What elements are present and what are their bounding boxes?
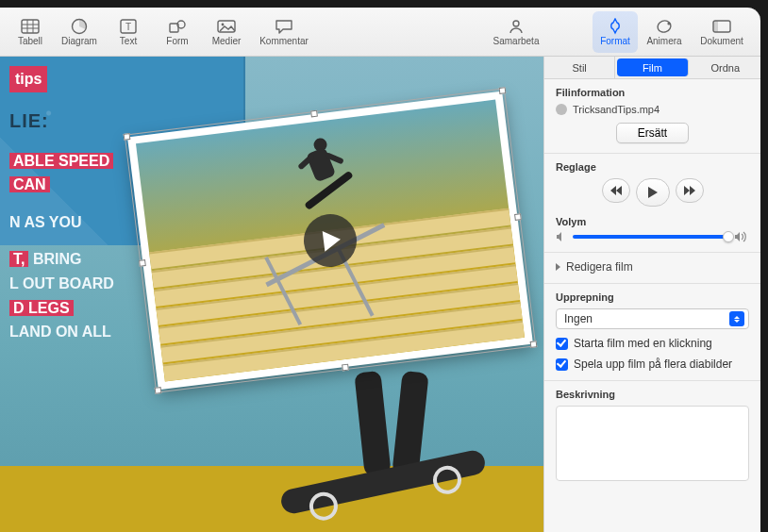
volume-high-icon [734, 231, 749, 242]
inspector-tabs: Stil Film Ordna [544, 57, 760, 79]
comment-icon [275, 17, 293, 36]
document-icon [712, 17, 731, 36]
slide-line: CAN [9, 176, 50, 192]
file-icon [556, 104, 567, 115]
svg-rect-0 [22, 20, 39, 33]
toolbar-shape-label: Form [166, 36, 188, 46]
video-object[interactable] [127, 91, 533, 391]
inspector-panel: Stil Film Ordna Filinformation Tricksand… [543, 57, 760, 532]
repeat-title: Upprepning [556, 291, 749, 303]
slide-line: L OUT BOARD [9, 272, 114, 296]
svg-point-11 [222, 24, 225, 26]
slide-canvas[interactable]: tips LIE: ABLE SPEED CAN N AS YOU T, BRI… [0, 57, 543, 532]
section-repeat: Upprepning Ingen Starta film med en klic… [544, 284, 760, 381]
toolbar-collaborate[interactable]: Samarbeta [485, 11, 547, 53]
toolbar-animate[interactable]: Animera [642, 11, 687, 53]
format-icon [607, 17, 624, 36]
resize-handle[interactable] [155, 387, 162, 394]
start-on-click-checkbox[interactable]: Starta film med en klickning [556, 337, 749, 350]
fileinfo-title: Filinformation [556, 87, 749, 98]
toolbar-chart-label: Diagram [61, 36, 97, 46]
svg-point-13 [667, 22, 670, 25]
svg-rect-15 [713, 21, 718, 32]
forward-button[interactable] [676, 178, 704, 203]
filename: TricksandTips.mp4 [573, 104, 659, 115]
slide-line: LAND ON ALL [9, 320, 114, 344]
toolbar-comment[interactable]: Kommentar [253, 11, 315, 53]
shape-icon [168, 17, 187, 36]
volume-slider[interactable] [573, 235, 728, 239]
controls-title: Reglage [556, 161, 749, 173]
text-icon: T [120, 17, 137, 36]
volume-title: Volym [556, 216, 749, 227]
play-button[interactable] [636, 178, 670, 207]
section-edit-movie: Redigera film [544, 253, 760, 284]
section-controls: Reglage Volym [544, 154, 760, 253]
replace-button[interactable]: Ersätt [616, 123, 689, 143]
toolbar-collaborate-label: Samarbeta [493, 36, 540, 46]
toolbar-text[interactable]: T Text [106, 11, 151, 53]
animate-icon [655, 17, 674, 36]
toolbar-animate-label: Animera [646, 36, 681, 46]
slide-heading: LIE: [9, 106, 114, 136]
chart-icon [71, 17, 88, 36]
slide-badge: tips [9, 66, 47, 92]
toolbar-media-label: Medier [212, 36, 242, 46]
svg-point-12 [513, 21, 519, 26]
resize-handle[interactable] [342, 364, 349, 372]
toolbar-format[interactable]: Format [593, 11, 638, 53]
description-title: Beskrivning [556, 389, 749, 400]
select-caret-icon [729, 311, 744, 326]
toolbar-media[interactable]: Medier [204, 11, 249, 53]
media-icon [217, 17, 236, 36]
start-on-click-label: Starta film med en klickning [574, 337, 712, 350]
slide-line: BRING [33, 251, 82, 267]
toolbar: Tabell Diagram T Text Form Medier [0, 8, 760, 57]
toolbar-shape[interactable]: Form [155, 11, 200, 53]
collaborate-icon [507, 17, 526, 36]
slide-line: N AS YOU [9, 210, 114, 235]
tab-arrange[interactable]: Ordna [691, 57, 760, 78]
edit-movie-label: Redigera film [566, 260, 633, 274]
toolbar-format-label: Format [600, 36, 630, 46]
tab-style[interactable]: Stil [544, 57, 615, 78]
play-across-label: Spela upp film på flera diabilder [574, 357, 732, 371]
slide-line: T, [9, 251, 28, 267]
slide-figure-legs [341, 343, 454, 532]
toolbar-document-label: Dokument [700, 36, 743, 46]
toolbar-document[interactable]: Dokument [691, 11, 753, 53]
play-across-checkbox[interactable]: Spela upp film på flera diabilder [556, 357, 749, 371]
volume-low-icon [556, 231, 567, 242]
table-icon [21, 17, 40, 36]
resize-handle[interactable] [310, 110, 318, 118]
slide-text-block: tips LIE: ABLE SPEED CAN N AS YOU T, BRI… [9, 66, 114, 344]
resize-handle[interactable] [499, 87, 507, 94]
rewind-button[interactable] [602, 178, 630, 203]
svg-text:T: T [125, 22, 131, 32]
repeat-value: Ingen [564, 312, 593, 325]
resize-handle[interactable] [530, 341, 538, 348]
toolbar-table-label: Tabell [18, 36, 42, 46]
slide-line: D LEGS [9, 300, 74, 316]
description-textarea[interactable] [556, 406, 749, 481]
repeat-select[interactable]: Ingen [556, 308, 749, 329]
toolbar-table[interactable]: Tabell [8, 11, 53, 53]
checkbox-checked-icon [556, 338, 568, 350]
resize-handle[interactable] [514, 213, 522, 221]
section-fileinfo: Filinformation TricksandTips.mp4 Ersätt [544, 79, 760, 154]
toolbar-chart[interactable]: Diagram [57, 11, 102, 53]
tab-movie[interactable]: Film [617, 58, 688, 76]
section-description: Beskrivning [544, 381, 760, 532]
resize-handle[interactable] [139, 259, 146, 267]
toolbar-comment-label: Kommentar [259, 36, 309, 46]
resize-handle[interactable] [124, 133, 131, 141]
edit-movie-disclosure[interactable]: Redigera film [556, 260, 749, 274]
chevron-right-icon [556, 263, 560, 271]
slide-line: ABLE SPEED [9, 153, 113, 169]
toolbar-text-label: Text [120, 36, 137, 46]
checkbox-checked-icon [556, 358, 568, 371]
main: tips LIE: ABLE SPEED CAN N AS YOU T, BRI… [0, 57, 760, 532]
